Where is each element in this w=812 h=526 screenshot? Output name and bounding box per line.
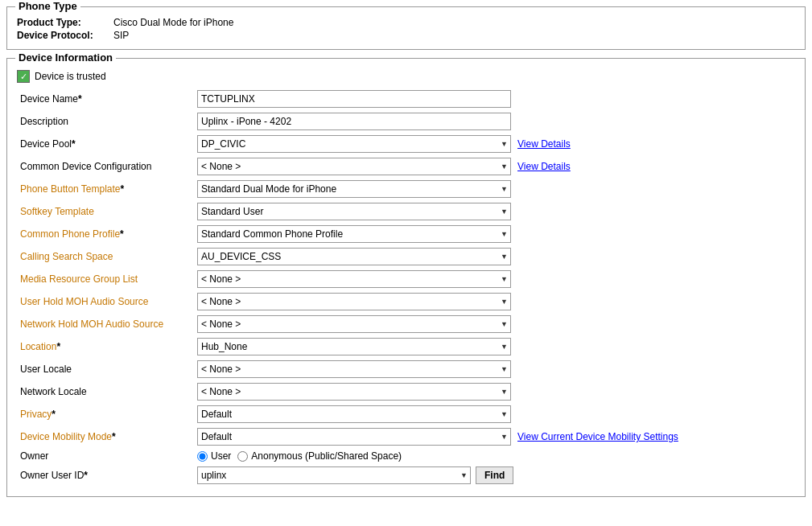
user-locale-label: User Locale — [20, 364, 72, 375]
device-protocol-value: SIP — [113, 30, 129, 41]
device-pool-label: Device Pool — [20, 138, 72, 150]
location-label: Location — [20, 341, 56, 352]
network-locale-select[interactable]: < None > — [197, 383, 511, 401]
table-row: Device Name* — [17, 88, 795, 110]
common-device-config-view-details[interactable]: View Details — [517, 161, 571, 172]
common-device-config-label: Common Device Configuration — [20, 161, 151, 172]
network-locale-label: Network Locale — [20, 386, 87, 397]
owner-user-id-select[interactable]: uplinx — [197, 466, 471, 484]
owner-user-text: User — [211, 450, 231, 462]
privacy-select[interactable]: Default — [197, 405, 511, 423]
calling-search-space-select[interactable]: AU_DEVICE_CSS — [197, 248, 511, 265]
owner-user-radio-label[interactable]: User — [197, 450, 231, 462]
table-row: Owner User Anonymous (Public/Shared Spac… — [17, 448, 795, 464]
common-phone-profile-select[interactable]: Standard Common Phone Profile — [197, 225, 511, 243]
product-type-label: Product Type: — [17, 17, 113, 28]
table-row: Device Pool* DP_CIVIC View Details — [17, 133, 795, 155]
user-locale-select[interactable]: < None > — [197, 360, 511, 378]
device-protocol-label: Device Protocol: — [17, 30, 113, 41]
table-row: Media Resource Group List < None > — [17, 268, 795, 290]
table-row: Softkey Template Standard User — [17, 200, 795, 223]
device-mobility-mode-select[interactable]: Default — [197, 428, 511, 446]
device-trusted-label: Device is trusted — [35, 71, 106, 82]
device-name-input[interactable] — [197, 90, 511, 108]
device-info-section: Device Information ✓ Device is trusted D… — [6, 58, 806, 497]
table-row: Owner User ID* uplinx Find — [17, 464, 795, 487]
device-info-title: Device Information — [15, 51, 116, 64]
owner-anonymous-radio[interactable] — [237, 451, 248, 462]
privacy-label: Privacy — [20, 409, 52, 420]
description-input[interactable] — [197, 113, 511, 130]
owner-label: Owner — [20, 450, 48, 462]
description-label: Description — [20, 116, 68, 127]
device-name-label: Device Name — [20, 93, 78, 105]
phone-type-section: Phone Type Product Type: Cisco Dual Mode… — [6, 6, 806, 50]
common-phone-profile-label: Common Phone Profile — [20, 228, 120, 240]
table-row: Phone Button Template* Standard Dual Mod… — [17, 178, 795, 200]
network-hold-moh-select[interactable]: < None > — [197, 315, 511, 333]
table-row: Location* Hub_None — [17, 335, 795, 358]
media-resource-group-select[interactable]: < None > — [197, 270, 511, 288]
owner-anonymous-radio-label[interactable]: Anonymous (Public/Shared Space) — [237, 450, 402, 462]
device-pool-select[interactable]: DP_CIVIC — [197, 135, 511, 153]
table-row: Device Mobility Mode* Default View Curre… — [17, 425, 795, 448]
table-row: Network Hold MOH Audio Source < None > — [17, 313, 795, 335]
phone-button-template-label: Phone Button Template — [20, 183, 121, 195]
device-trusted-checkbox[interactable]: ✓ — [17, 70, 30, 83]
device-pool-view-details[interactable]: View Details — [517, 138, 571, 150]
network-hold-moh-label: Network Hold MOH Audio Source — [20, 318, 163, 330]
product-type-value: Cisco Dual Mode for iPhone — [113, 17, 233, 28]
softkey-template-select[interactable]: Standard User — [197, 203, 511, 220]
location-select[interactable]: Hub_None — [197, 338, 511, 355]
table-row: Common Device Configuration < None > Vie… — [17, 155, 795, 178]
table-row: User Hold MOH Audio Source < None > — [17, 290, 795, 313]
find-button[interactable]: Find — [476, 466, 513, 484]
phone-button-template-select[interactable]: Standard Dual Mode for iPhone — [197, 180, 511, 198]
user-hold-moh-label: User Hold MOH Audio Source — [20, 296, 148, 307]
table-row: Network Locale < None > — [17, 380, 795, 403]
softkey-template-label: Softkey Template — [20, 206, 94, 217]
common-device-config-select[interactable]: < None > — [197, 158, 511, 175]
table-row: Description — [17, 110, 795, 133]
phone-type-title: Phone Type — [15, 0, 80, 12]
table-row: User Locale < None > — [17, 358, 795, 380]
table-row: Common Phone Profile* Standard Common Ph… — [17, 223, 795, 245]
table-row: Calling Search Space AU_DEVICE_CSS — [17, 245, 795, 268]
media-resource-group-label: Media Resource Group List — [20, 273, 138, 285]
table-row: Privacy* Default — [17, 403, 795, 425]
view-current-device-mobility-link[interactable]: View Current Device Mobility Settings — [517, 431, 678, 442]
user-hold-moh-select[interactable]: < None > — [197, 293, 511, 310]
device-info-table: Device Name* Description — [17, 88, 795, 487]
owner-user-radio[interactable] — [197, 451, 208, 462]
device-mobility-mode-label: Device Mobility Mode — [20, 431, 112, 442]
owner-radio-group: User Anonymous (Public/Shared Space) — [197, 450, 792, 462]
owner-anonymous-text: Anonymous (Public/Shared Space) — [251, 450, 402, 462]
owner-user-id-label: Owner User ID — [20, 470, 84, 481]
calling-search-space-label: Calling Search Space — [20, 251, 113, 262]
